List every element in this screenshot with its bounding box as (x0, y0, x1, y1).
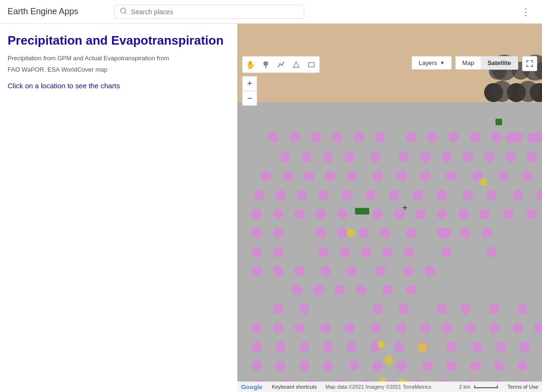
map-toolbar: ✋ (242, 56, 320, 73)
main-content: Precipitation and Evapotranspiration Pre… (0, 24, 542, 392)
app-header: Earth Engine Apps ⋮ (0, 0, 542, 24)
scale-bar: 2 km (459, 384, 498, 390)
search-icon (120, 7, 127, 17)
polygon-tool-button[interactable] (289, 57, 303, 72)
click-instruction: Click on a location to see the charts (8, 82, 230, 90)
app-description: Precipitation from GPM and Actual Evapot… (8, 54, 230, 74)
zoom-controls: + − (242, 76, 257, 106)
rect-tool-button[interactable] (304, 57, 318, 72)
terms-of-use-link[interactable]: Terms of Use (507, 384, 538, 390)
map-grey-region (237, 102, 542, 392)
map-data-attribution: Map data ©2021 Imagery ©2021 TerraMetric… (326, 384, 431, 390)
sidebar: Precipitation and Evapotranspiration Pre… (0, 24, 237, 392)
fullscreen-button[interactable] (522, 56, 537, 71)
zoom-out-button[interactable]: − (243, 91, 257, 105)
map-view-button[interactable]: Map (456, 56, 481, 69)
layers-label: Layers (419, 59, 437, 66)
keyboard-shortcuts-link[interactable]: Keyboard shortcuts (272, 384, 317, 390)
search-bar[interactable] (114, 5, 304, 19)
hand-tool-button[interactable]: ✋ (243, 57, 258, 72)
map-type-toggle: Map Satellite (455, 56, 518, 70)
more-options-button[interactable]: ⋮ (517, 4, 534, 19)
app-title-header: Earth Engine Apps (8, 7, 78, 17)
svg-rect-5 (308, 63, 314, 67)
app-main-title: Precipitation and Evapotranspiration (8, 33, 230, 48)
line-tool-button[interactable] (274, 57, 288, 72)
search-input[interactable] (131, 8, 299, 16)
svg-point-2 (263, 61, 268, 66)
scale-line (474, 385, 498, 388)
map-container[interactable]: ✋ + − Layers ▼ Map (237, 24, 542, 392)
svg-line-1 (125, 12, 126, 14)
google-logo: Google (241, 383, 262, 391)
map-bottom-bar: Google Keyboard shortcuts Map data ©2021… (237, 382, 542, 392)
zoom-in-button[interactable]: + (243, 76, 257, 91)
satellite-view-button[interactable]: Satellite (481, 56, 518, 69)
pin-tool-button[interactable] (259, 57, 273, 72)
layers-button[interactable]: Layers ▼ (411, 56, 452, 70)
svg-point-0 (121, 8, 126, 13)
layers-chevron-icon: ▼ (440, 60, 445, 65)
svg-marker-4 (293, 62, 299, 67)
